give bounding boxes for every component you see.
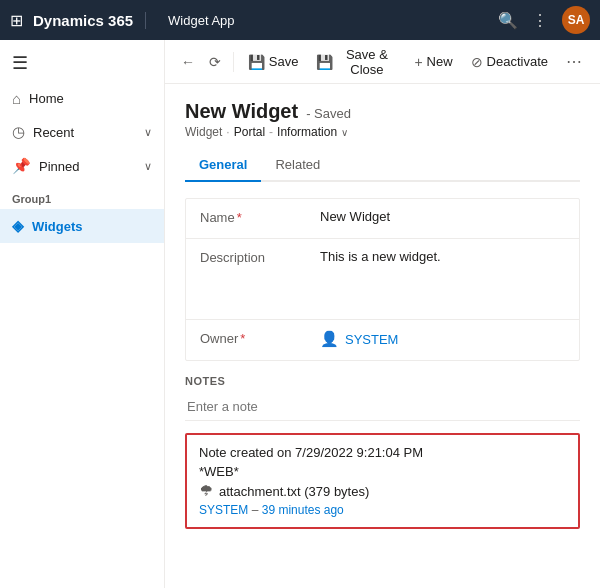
required-indicator: * bbox=[240, 331, 245, 346]
save-close-icon: 💾 bbox=[316, 54, 333, 70]
sidebar-item-pinned[interactable]: 📌 Pinned ∨ bbox=[0, 149, 164, 183]
field-owner-value[interactable]: 👤 SYSTEM bbox=[320, 330, 398, 348]
deactivate-icon: ⊘ bbox=[471, 54, 483, 70]
back-button[interactable]: ← bbox=[175, 48, 201, 76]
note-attachment: 🌩 attachment.txt (379 bytes) bbox=[199, 483, 566, 499]
note-web: *WEB* bbox=[199, 464, 566, 479]
widgets-icon: ◈ bbox=[12, 217, 24, 235]
breadcrumb-sep2: - bbox=[269, 125, 273, 139]
more-options-icon[interactable]: ⋮ bbox=[532, 11, 548, 30]
notes-section: NOTES Note created on 7/29/2022 9:21:04 … bbox=[185, 375, 580, 529]
deactivate-button[interactable]: ⊘ Deactivate bbox=[463, 48, 556, 76]
sidebar-item-widgets-label: Widgets bbox=[32, 219, 82, 234]
divider bbox=[233, 52, 234, 72]
avatar[interactable]: SA bbox=[562, 6, 590, 34]
chevron-down-icon: ∨ bbox=[144, 126, 152, 139]
app-title: Dynamics 365 bbox=[33, 12, 146, 29]
sidebar-item-pinned-label: Pinned bbox=[39, 159, 79, 174]
note-date: Note created on 7/29/2022 9:21:04 PM bbox=[199, 445, 566, 460]
field-description-value[interactable]: This is a new widget. bbox=[320, 249, 565, 309]
breadcrumb-dropdown-icon[interactable]: ∨ bbox=[341, 127, 348, 138]
tabs: General Related bbox=[185, 149, 580, 182]
attachment-text[interactable]: attachment.txt (379 bytes) bbox=[219, 484, 369, 499]
required-indicator: * bbox=[237, 210, 242, 225]
grid-icon[interactable]: ⊞ bbox=[10, 11, 23, 30]
save-button[interactable]: 💾 Save bbox=[240, 48, 307, 76]
breadcrumb-part3: Information bbox=[277, 125, 337, 139]
note-time[interactable]: 39 minutes ago bbox=[262, 503, 344, 517]
search-icon[interactable]: 🔍 bbox=[498, 11, 518, 30]
field-name-row: Name* New Widget bbox=[186, 199, 579, 239]
owner-name: SYSTEM bbox=[345, 332, 398, 347]
field-owner-row: Owner* 👤 SYSTEM bbox=[186, 320, 579, 360]
content-area: ← ⟳ 💾 Save 💾 Save & Close + New ⊘ Deacti… bbox=[165, 40, 600, 588]
form-title-row: New Widget - Saved bbox=[185, 100, 580, 123]
note-card: Note created on 7/29/2022 9:21:04 PM *WE… bbox=[185, 433, 580, 529]
new-label: New bbox=[427, 54, 453, 69]
main-layout: ☰ ⌂ Home ◷ Recent ∨ 📌 Pinned ∨ Group1 ◈ … bbox=[0, 40, 600, 588]
save-label: Save bbox=[269, 54, 299, 69]
note-footer: SYSTEM – 39 minutes ago bbox=[199, 503, 566, 517]
sidebar-group-label: Group1 bbox=[0, 183, 164, 209]
notes-input[interactable] bbox=[185, 393, 580, 421]
deactivate-label: Deactivate bbox=[487, 54, 548, 69]
command-bar: ← ⟳ 💾 Save 💾 Save & Close + New ⊘ Deacti… bbox=[165, 40, 600, 84]
form-title: New Widget bbox=[185, 100, 298, 123]
person-icon: 👤 bbox=[320, 330, 339, 348]
form-section: Name* New Widget Description This is a n… bbox=[185, 198, 580, 361]
sidebar-item-widgets[interactable]: ◈ Widgets bbox=[0, 209, 164, 243]
note-time-separator: – bbox=[252, 503, 262, 517]
sidebar-item-home[interactable]: ⌂ Home bbox=[0, 82, 164, 115]
new-icon: + bbox=[414, 54, 422, 70]
refresh-button[interactable]: ⟳ bbox=[203, 48, 227, 76]
chevron-down-icon: ∨ bbox=[144, 160, 152, 173]
field-name-label: Name* bbox=[200, 209, 320, 225]
pin-icon: 📌 bbox=[12, 157, 31, 175]
save-close-button[interactable]: 💾 Save & Close bbox=[308, 41, 404, 83]
field-description-row: Description This is a new widget. bbox=[186, 239, 579, 320]
field-owner-label: Owner* bbox=[200, 330, 320, 346]
home-icon: ⌂ bbox=[12, 90, 21, 107]
recent-icon: ◷ bbox=[12, 123, 25, 141]
hamburger-icon[interactable]: ☰ bbox=[0, 44, 164, 82]
notes-header: NOTES bbox=[185, 375, 580, 387]
breadcrumb-sep1: · bbox=[226, 125, 229, 139]
more-commands-button[interactable]: ⋯ bbox=[558, 46, 590, 77]
breadcrumb: Widget · Portal - Information ∨ bbox=[185, 125, 580, 139]
save-close-label: Save & Close bbox=[337, 47, 396, 77]
form-saved-status: - Saved bbox=[306, 106, 351, 121]
tab-general[interactable]: General bbox=[185, 149, 261, 182]
field-description-label: Description bbox=[200, 249, 320, 265]
save-icon: 💾 bbox=[248, 54, 265, 70]
form-area: New Widget - Saved Widget · Portal - Inf… bbox=[165, 84, 600, 588]
breadcrumb-part1: Widget bbox=[185, 125, 222, 139]
sidebar: ☰ ⌂ Home ◷ Recent ∨ 📌 Pinned ∨ Group1 ◈ … bbox=[0, 40, 165, 588]
note-author[interactable]: SYSTEM bbox=[199, 503, 248, 517]
top-bar-right: 🔍 ⋮ SA bbox=[498, 6, 590, 34]
breadcrumb-part2: Portal bbox=[234, 125, 265, 139]
new-button[interactable]: + New bbox=[406, 48, 460, 76]
sidebar-item-recent-label: Recent bbox=[33, 125, 74, 140]
sidebar-item-home-label: Home bbox=[29, 91, 64, 106]
app-name: Widget App bbox=[156, 13, 235, 28]
field-name-value[interactable]: New Widget bbox=[320, 209, 565, 224]
tab-related[interactable]: Related bbox=[261, 149, 334, 182]
sidebar-item-recent[interactable]: ◷ Recent ∨ bbox=[0, 115, 164, 149]
attachment-icon: 🌩 bbox=[199, 483, 213, 499]
top-bar: ⊞ Dynamics 365 Widget App 🔍 ⋮ SA bbox=[0, 0, 600, 40]
